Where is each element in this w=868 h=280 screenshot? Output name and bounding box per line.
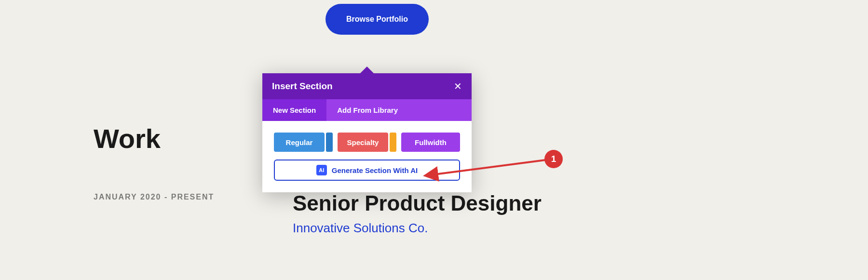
section-type-regular-label: Regular	[274, 133, 325, 152]
generate-section-ai-button[interactable]: AI Generate Section With AI	[274, 160, 460, 181]
section-type-regular-handle[interactable]	[326, 133, 333, 152]
browse-portfolio-label: Browse Portfolio	[346, 15, 408, 24]
panel-body: Regular Specialty Fullwidth AI Generate …	[262, 121, 472, 192]
section-type-regular[interactable]: Regular	[274, 133, 333, 152]
section-type-row: Regular Specialty Fullwidth	[274, 133, 460, 152]
tab-add-from-library[interactable]: Add From Library	[326, 99, 408, 121]
work-heading: Work	[94, 123, 161, 154]
close-icon[interactable]: ✕	[454, 81, 462, 91]
panel-title: Insert Section	[272, 81, 333, 92]
section-type-specialty-handle[interactable]	[390, 133, 396, 152]
insert-section-panel: Insert Section ✕ New Section Add From Li…	[262, 73, 472, 192]
section-type-fullwidth[interactable]: Fullwidth	[401, 133, 460, 152]
section-type-specialty[interactable]: Specialty	[338, 133, 396, 152]
browse-portfolio-button[interactable]: Browse Portfolio	[326, 4, 429, 35]
generate-section-ai-label: Generate Section With AI	[332, 166, 418, 174]
work-job-title: Senior Product Designer	[293, 191, 542, 215]
tab-new-section[interactable]: New Section	[262, 99, 326, 121]
panel-pointer	[360, 67, 374, 73]
annotation-badge-1: 1	[544, 150, 563, 168]
work-company: Innovative Solutions Co.	[293, 221, 428, 236]
panel-header: Insert Section ✕	[262, 73, 472, 99]
section-type-fullwidth-label: Fullwidth	[401, 133, 460, 152]
ai-icon: AI	[316, 165, 327, 175]
section-type-specialty-label: Specialty	[338, 133, 388, 152]
work-date-range: JANUARY 2020 - PRESENT	[94, 193, 214, 201]
panel-tabs: New Section Add From Library	[262, 99, 472, 121]
